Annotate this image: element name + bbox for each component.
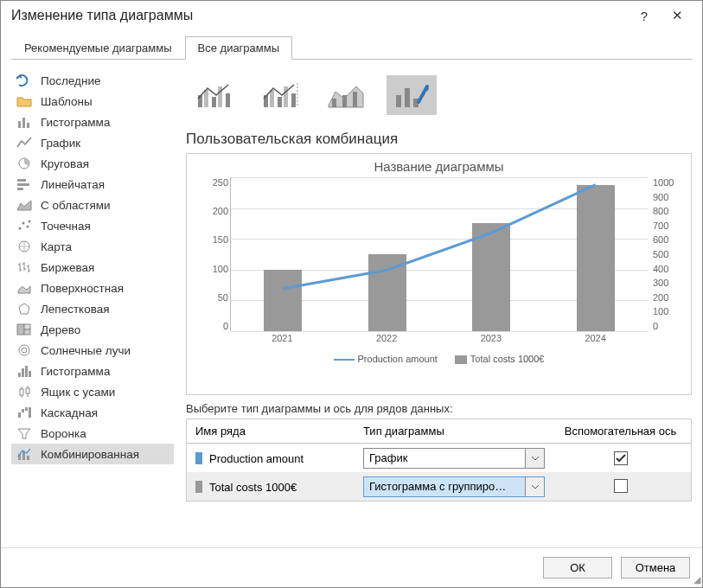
svg-rect-0 bbox=[18, 121, 21, 128]
svg-rect-24 bbox=[18, 412, 21, 418]
svg-point-17 bbox=[22, 348, 27, 353]
svg-rect-27 bbox=[29, 407, 31, 418]
svg-rect-37 bbox=[270, 90, 274, 107]
chevron-down-icon bbox=[525, 449, 544, 468]
series-type-combo[interactable]: График bbox=[363, 448, 545, 469]
subtype-custom[interactable] bbox=[387, 75, 437, 115]
svg-rect-32 bbox=[204, 90, 208, 107]
sidebar-item-label: Линейчатая bbox=[41, 178, 105, 191]
sidebar-item-label: Биржевая bbox=[41, 261, 94, 274]
sidebar-item-boxwhisker[interactable]: Ящик с усами bbox=[11, 381, 174, 402]
svg-rect-22 bbox=[20, 389, 23, 395]
svg-rect-42 bbox=[332, 99, 336, 107]
svg-rect-44 bbox=[353, 92, 357, 107]
sidebar-item-map[interactable]: Карта bbox=[11, 236, 174, 257]
sidebar-item-label: Гистограмма bbox=[41, 365, 110, 378]
sidebar-item-histogram[interactable]: Гистограмма bbox=[11, 361, 174, 381]
box-whisker-icon bbox=[16, 385, 32, 399]
svg-marker-12 bbox=[19, 304, 29, 314]
sidebar-item-label: Воронка bbox=[41, 427, 86, 440]
sidebar-item-label: С областями bbox=[41, 199, 111, 212]
plot-area bbox=[230, 177, 648, 331]
svg-rect-46 bbox=[405, 88, 410, 107]
chart-preview: Название диаграммы 250 200 150 100 50 0 … bbox=[186, 153, 692, 395]
series-row: Production amount График bbox=[187, 444, 691, 472]
secondary-axis-checkbox[interactable] bbox=[614, 479, 628, 493]
svg-rect-29 bbox=[22, 451, 25, 460]
sidebar-item-area[interactable]: С областями bbox=[11, 195, 174, 215]
svg-rect-39 bbox=[284, 86, 288, 107]
y-axis-primary: 250 200 150 100 50 0 bbox=[199, 177, 228, 331]
svg-rect-2 bbox=[27, 123, 29, 128]
svg-rect-43 bbox=[342, 95, 347, 107]
sidebar-item-stock[interactable]: Биржевая bbox=[11, 257, 174, 278]
scatter-chart-icon bbox=[16, 219, 32, 233]
sidebar-item-line[interactable]: График bbox=[11, 132, 174, 153]
help-button[interactable]: ? bbox=[628, 9, 661, 23]
subtype-clustered-line[interactable] bbox=[189, 75, 240, 115]
svg-rect-45 bbox=[396, 95, 401, 107]
sidebar-item-label: Карта bbox=[41, 240, 72, 253]
dialog-footer: ОК Отмена ◢ bbox=[1, 547, 702, 587]
series-row: Total costs 1000€ Гистограмма с группиро… bbox=[187, 472, 691, 501]
sidebar-item-combo[interactable]: Комбинированная bbox=[11, 444, 174, 464]
sidebar-item-label: Каскадная bbox=[41, 406, 98, 419]
sidebar-item-scatter[interactable]: Точечная bbox=[11, 215, 174, 236]
radar-chart-icon bbox=[16, 302, 32, 316]
svg-rect-15 bbox=[24, 329, 30, 335]
secondary-axis-checkbox[interactable] bbox=[614, 451, 628, 465]
sidebar-item-surface[interactable]: Поверхностная bbox=[11, 278, 174, 298]
sidebar-item-label: Дерево bbox=[41, 323, 80, 336]
sidebar-item-label: Солнечные лучи bbox=[41, 344, 131, 357]
subtype-row bbox=[186, 70, 692, 127]
svg-rect-23 bbox=[26, 388, 29, 393]
svg-point-10 bbox=[29, 220, 31, 223]
svg-point-8 bbox=[22, 222, 25, 225]
y-axis-secondary: 1000 900 800 700 600 500 400 300 200 100… bbox=[653, 177, 682, 331]
sidebar-item-bar[interactable]: Линейчатая bbox=[11, 174, 174, 195]
chevron-down-icon bbox=[525, 477, 544, 496]
series-color-swatch bbox=[195, 481, 202, 493]
svg-rect-4 bbox=[17, 179, 26, 182]
sidebar-item-label: Последние bbox=[41, 74, 100, 87]
grid-header-name: Имя ряда bbox=[187, 419, 360, 443]
subtype-stacked-area[interactable] bbox=[321, 75, 371, 115]
column-chart-icon bbox=[16, 115, 32, 129]
sidebar-item-radar[interactable]: Лепестковая bbox=[11, 298, 174, 319]
sidebar-item-recent[interactable]: Последние bbox=[11, 70, 174, 91]
waterfall-icon bbox=[16, 406, 32, 419]
ok-button[interactable]: ОК bbox=[543, 557, 612, 578]
sidebar-item-funnel[interactable]: Воронка bbox=[11, 423, 174, 444]
tab-recommended[interactable]: Рекомендуемые диаграммы bbox=[11, 36, 185, 60]
sidebar-item-templates[interactable]: Шаблоны bbox=[11, 91, 174, 112]
sidebar-item-pie[interactable]: Круговая bbox=[11, 153, 174, 174]
chart-title: Название диаграммы bbox=[195, 159, 682, 174]
sidebar-item-label: Круговая bbox=[41, 157, 89, 170]
sidebar-item-label: Лепестковая bbox=[41, 303, 110, 316]
sidebar-item-column[interactable]: Гистограмма bbox=[11, 112, 174, 132]
resize-grip-icon[interactable]: ◢ bbox=[693, 574, 700, 585]
area-chart-icon bbox=[16, 198, 32, 212]
cancel-button[interactable]: Отмена bbox=[621, 557, 690, 578]
svg-rect-40 bbox=[291, 93, 296, 107]
sidebar-item-waterfall[interactable]: Каскадная bbox=[11, 402, 174, 423]
sidebar-item-label: График bbox=[41, 137, 80, 150]
treemap-icon bbox=[16, 323, 32, 336]
svg-rect-1 bbox=[22, 118, 25, 128]
tab-all[interactable]: Все диаграммы bbox=[185, 36, 293, 60]
sidebar-item-label: Гистограмма bbox=[41, 116, 110, 129]
svg-rect-18 bbox=[18, 373, 21, 377]
svg-rect-38 bbox=[278, 97, 282, 107]
series-name: Total costs 1000€ bbox=[209, 481, 297, 494]
sidebar-item-sunburst[interactable]: Солнечные лучи bbox=[11, 340, 174, 361]
sidebar-item-treemap[interactable]: Дерево bbox=[11, 319, 174, 340]
series-type-combo[interactable]: Гистограмма с группиро… bbox=[363, 476, 545, 497]
sidebar-item-label: Комбинированная bbox=[41, 448, 139, 461]
funnel-icon bbox=[16, 426, 32, 440]
subtype-clustered-line-secondary[interactable] bbox=[255, 75, 305, 115]
svg-point-16 bbox=[19, 345, 29, 355]
sidebar-item-label: Поверхностная bbox=[41, 282, 124, 295]
close-button[interactable]: ✕ bbox=[661, 8, 693, 23]
svg-point-9 bbox=[27, 226, 29, 228]
svg-rect-33 bbox=[212, 97, 216, 107]
